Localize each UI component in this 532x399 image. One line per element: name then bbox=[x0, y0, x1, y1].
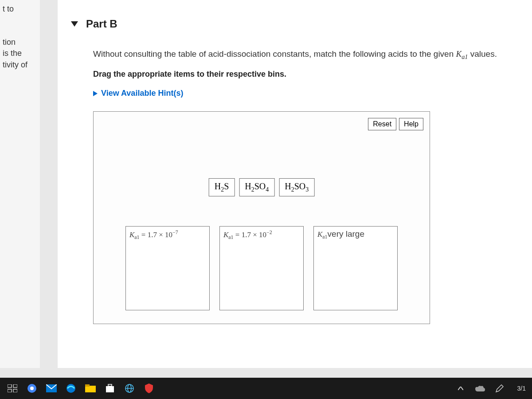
svg-rect-10 bbox=[106, 386, 114, 392]
chevron-up-icon[interactable] bbox=[454, 382, 467, 395]
bin-ka-1e-2[interactable]: Ka1 = 1.7 × 10−2 bbox=[219, 226, 304, 310]
file-explorer-icon[interactable] bbox=[84, 382, 97, 395]
bin-label-2: Ka1 = 1.7 × 10−2 bbox=[223, 229, 300, 241]
taskbar-date[interactable]: 3/1 bbox=[517, 385, 526, 392]
bin-label-3: Ka1very large bbox=[317, 229, 394, 240]
bin-ka-very-large[interactable]: Ka1very large bbox=[313, 226, 398, 310]
chrome-icon[interactable] bbox=[26, 382, 38, 395]
svg-rect-1 bbox=[13, 384, 17, 387]
sidebar-text-2a: tion bbox=[3, 37, 37, 48]
svg-rect-3 bbox=[13, 389, 17, 392]
view-hints-link[interactable]: View Available Hint(s) bbox=[93, 89, 519, 98]
ka-subscript: a1 bbox=[462, 53, 468, 60]
draggable-h2so4[interactable]: H2SO4 bbox=[239, 178, 274, 196]
question-suffix: values. bbox=[468, 49, 497, 59]
sidebar-text-1: t to bbox=[3, 4, 37, 15]
sidebar-text-2b: is the bbox=[3, 48, 37, 59]
svg-rect-9 bbox=[85, 384, 90, 387]
disclosure-triangle-icon[interactable] bbox=[71, 21, 78, 27]
edge-icon[interactable] bbox=[65, 382, 77, 395]
drag-drop-activity: Reset Help H2S H2SO4 H2SO3 Ka1 = 1.7 × 1… bbox=[93, 111, 430, 324]
bin-label-1: Ka1 = 1.7 × 10−7 bbox=[129, 229, 206, 241]
bins-row: Ka1 = 1.7 × 10−7 Ka1 = 1.7 × 10−2 Ka1ver… bbox=[125, 226, 398, 310]
ka-symbol: K bbox=[456, 49, 462, 59]
draggable-h2so3[interactable]: H2SO3 bbox=[279, 178, 314, 196]
chevron-right-icon bbox=[93, 91, 98, 96]
svg-rect-2 bbox=[8, 389, 12, 392]
svg-rect-0 bbox=[8, 384, 12, 387]
web-icon[interactable] bbox=[123, 382, 136, 395]
draggable-h2s[interactable]: H2S bbox=[209, 178, 235, 196]
help-button[interactable]: Help bbox=[399, 118, 423, 130]
part-header[interactable]: Part B bbox=[71, 18, 519, 30]
svg-point-5 bbox=[30, 387, 34, 390]
svg-rect-11 bbox=[108, 384, 112, 386]
task-view-icon[interactable] bbox=[6, 382, 19, 395]
store-icon[interactable] bbox=[104, 382, 116, 395]
left-sidebar-fragment: t to tion is the tivity of bbox=[0, 0, 40, 368]
reset-button[interactable]: Reset bbox=[368, 118, 396, 130]
bin-ka-1e-7[interactable]: Ka1 = 1.7 × 10−7 bbox=[125, 226, 210, 310]
part-title: Part B bbox=[86, 18, 117, 30]
windows-taskbar[interactable]: 3/1 bbox=[0, 378, 532, 399]
svg-rect-8 bbox=[85, 386, 96, 392]
drag-instruction: Drag the appropriate items to their resp… bbox=[93, 70, 519, 79]
hints-label: View Available Hint(s) bbox=[101, 89, 183, 98]
main-content: Part B Without consulting the table of a… bbox=[58, 0, 532, 368]
pen-icon[interactable] bbox=[493, 382, 506, 395]
draggable-row: H2S H2SO4 H2SO3 bbox=[209, 178, 315, 196]
question-prefix: Without consulting the table of acid-dis… bbox=[93, 49, 456, 59]
sidebar-text-2c: tivity of bbox=[3, 59, 37, 70]
question-text: Without consulting the table of acid-dis… bbox=[93, 48, 519, 62]
mail-icon[interactable] bbox=[45, 382, 58, 395]
shield-icon[interactable] bbox=[143, 382, 155, 395]
cloud-icon[interactable] bbox=[474, 382, 486, 395]
